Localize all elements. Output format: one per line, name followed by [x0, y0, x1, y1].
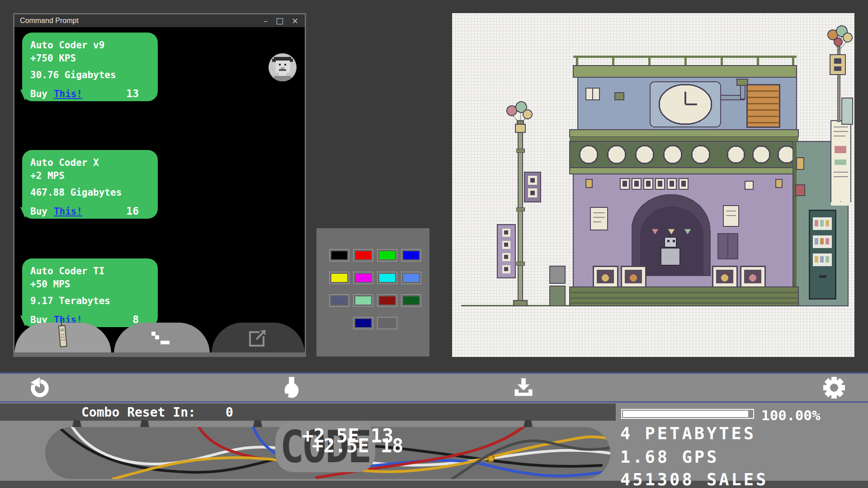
pixel-face-icon: [269, 53, 297, 81]
offer-name: Auto Coder TI: [30, 265, 151, 278]
color-swatch-empty[interactable]: [377, 317, 397, 329]
progress-percent: 100.00%: [761, 407, 821, 423]
window-bottom-edge: [13, 352, 306, 357]
brick-phone-icon: [57, 319, 69, 351]
offer-rate: +50 MPS: [30, 278, 151, 291]
offer-name: Auto Coder v9: [30, 39, 151, 52]
wire-connector: [253, 420, 262, 427]
offer-rate: +2 MPS: [30, 169, 151, 183]
color-swatch[interactable]: [353, 249, 373, 262]
combo-strip: Combo Reset In: 0: [0, 404, 616, 421]
external-link-icon: [249, 329, 268, 348]
download-icon: [514, 378, 533, 397]
progress-bar-fill: [623, 411, 748, 417]
download-button[interactable]: [511, 376, 536, 399]
color-swatch[interactable]: [353, 272, 373, 284]
terminal-prompt-icon: [151, 332, 172, 345]
buy-this-link[interactable]: This!: [54, 88, 82, 101]
offer-bubble: Auto Coder v9 +750 KPS 30.76 Gigabytes B…: [22, 33, 158, 101]
color-swatch[interactable]: [329, 294, 349, 307]
buy-label: Buy: [30, 88, 47, 101]
floating-gain-text: +2.5E 18: [312, 435, 403, 457]
combo-reset-value: 0: [226, 405, 233, 420]
gear-icon: [823, 377, 845, 399]
offer-bubble: Auto Coder TI +50 MPS 9.17 Terabytes Buy…: [22, 258, 158, 327]
wire-connector: [140, 420, 149, 427]
offer-price: 467.88 Gigabytes: [30, 186, 151, 199]
wire-connector: [524, 420, 533, 427]
settings-button[interactable]: [821, 376, 847, 399]
window-controls: – □ ×: [264, 17, 305, 25]
offer-price: 30.76 Gigabytes: [30, 69, 151, 82]
refresh-button[interactable]: [27, 376, 52, 399]
progress-bar: [621, 409, 754, 419]
tab-terminal[interactable]: [114, 323, 210, 354]
color-swatch[interactable]: [401, 272, 421, 284]
toolbar: [0, 372, 868, 403]
owned-count: 13: [126, 87, 151, 100]
coin[interactable]: [488, 455, 494, 462]
color-swatch[interactable]: [329, 272, 349, 284]
color-swatch[interactable]: [401, 249, 421, 262]
offer-rate: +750 KPS: [30, 52, 151, 65]
window-title-bar[interactable]: Command Prompt – □ ×: [14, 14, 305, 27]
game-screen: Command Prompt – □ × Auto Coder v9 +750 …: [0, 0, 868, 488]
buy-this-link[interactable]: This!: [54, 205, 82, 218]
avatar: [269, 53, 297, 81]
wire-connector: [72, 420, 81, 427]
minimize-button[interactable]: –: [264, 17, 268, 25]
color-swatch[interactable]: [377, 272, 397, 284]
combo-reset-label: Combo Reset In:: [81, 405, 196, 420]
mouse-button[interactable]: [279, 376, 304, 399]
pixel-art-canvas[interactable]: [452, 13, 854, 357]
color-swatch[interactable]: [401, 294, 421, 307]
offer-name: Auto Coder X: [30, 156, 151, 169]
color-swatch[interactable]: [329, 249, 349, 262]
owned-count: 16: [126, 205, 151, 218]
window-title: Command Prompt: [14, 17, 79, 25]
offer-bubble: Auto Coder X +2 MPS 467.88 Gigabytes Buy…: [22, 150, 158, 219]
close-button[interactable]: ×: [292, 17, 298, 25]
color-swatch[interactable]: [353, 294, 373, 307]
mouse-icon: [283, 377, 300, 399]
color-swatch[interactable]: [377, 249, 397, 262]
maximize-button[interactable]: □: [276, 17, 283, 25]
color-palette-panel: [316, 228, 429, 357]
color-swatch[interactable]: [377, 294, 397, 307]
rate-stat: 1.68 GPS: [620, 447, 719, 467]
tab-phone[interactable]: [14, 323, 111, 354]
sales-stat: 451308 SALES: [620, 470, 768, 488]
refresh-icon: [29, 377, 50, 398]
storage-stat: 4 PETABYTES: [620, 424, 756, 443]
color-swatch[interactable]: [353, 317, 373, 329]
offer-price: 9.17 Terabytes: [30, 295, 151, 308]
pixel-building-art: [452, 13, 854, 357]
buy-label: Buy: [30, 205, 47, 218]
